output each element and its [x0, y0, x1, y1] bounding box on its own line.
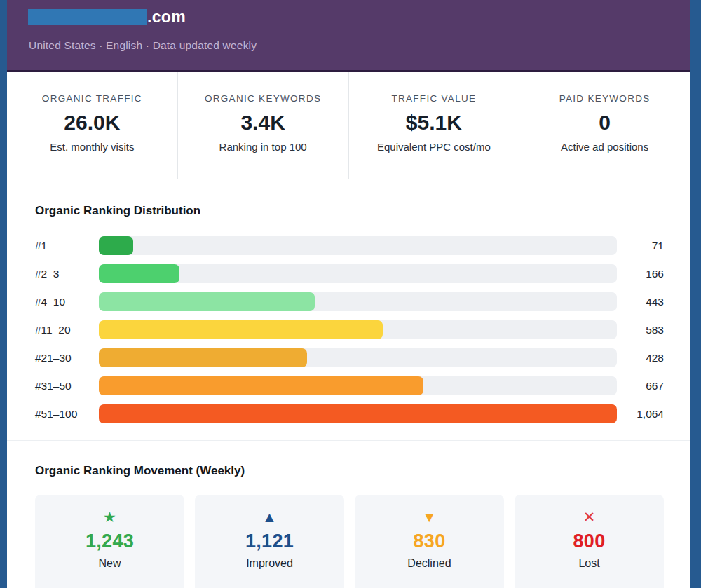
stat-value: $5.1K — [349, 111, 519, 135]
bar-fill — [99, 320, 383, 339]
bar-track — [99, 320, 617, 339]
stat-card: ORGANIC KEYWORDS3.4KRanking in top 100 — [177, 72, 348, 179]
rank-bucket-label: #31–50 — [35, 380, 99, 392]
ranking-movement-section: Organic Ranking Movement (Weekly) ★1,243… — [7, 441, 690, 588]
bar-track — [99, 348, 617, 367]
distribution-row: #11–20583 — [35, 320, 664, 339]
keyword-count: 428 — [617, 352, 664, 364]
triangle-up-icon: ▲ — [195, 510, 344, 525]
movement-label: Improved — [195, 557, 344, 570]
domain-title: .com — [28, 8, 186, 25]
keyword-count: 443 — [617, 296, 664, 308]
bar-fill — [99, 404, 617, 423]
bar-fill — [99, 376, 423, 395]
stat-card: ORGANIC TRAFFIC26.0KEst. monthly visits — [7, 72, 177, 179]
movement-count: 830 — [355, 531, 504, 552]
bar-fill — [99, 236, 133, 255]
redacted-domain-name — [28, 9, 147, 25]
keyword-count: 71 — [617, 240, 664, 252]
rank-bucket-label: #4–10 — [35, 296, 99, 308]
keyword-count: 166 — [617, 268, 664, 280]
movement-label: Declined — [355, 557, 504, 570]
stat-value: 3.4K — [178, 111, 348, 135]
movement-card: ✕800Lost — [515, 495, 664, 588]
movement-count: 1,243 — [35, 531, 184, 552]
bar-fill — [99, 264, 179, 283]
ranking-movement-title: Organic Ranking Movement (Weekly) — [35, 464, 664, 478]
rank-bucket-label: #11–20 — [35, 324, 99, 336]
ranking-distribution-section: Organic Ranking Distribution #171#2–3166… — [7, 179, 690, 441]
stat-subtext: Active ad positions — [519, 141, 690, 153]
stat-card: PAID KEYWORDS0Active ad positions — [519, 72, 690, 179]
bar-track — [99, 376, 617, 395]
rank-bucket-label: #51–100 — [35, 408, 99, 421]
stat-label: ORGANIC KEYWORDS — [178, 93, 348, 104]
rank-bucket-label: #21–30 — [35, 352, 99, 364]
movement-label: New — [35, 557, 184, 570]
distribution-row: #31–50667 — [35, 376, 664, 395]
ranking-movement-cards: ★1,243New▲1,121Improved▼830Declined✕800L… — [35, 495, 664, 588]
stat-value: 26.0K — [7, 111, 177, 135]
movement-card: ▲1,121Improved — [195, 495, 344, 588]
movement-count: 800 — [515, 531, 664, 552]
bar-track — [99, 236, 617, 255]
stat-label: ORGANIC TRAFFIC — [7, 93, 177, 104]
keyword-count: 583 — [617, 324, 664, 336]
keyword-count: 1,064 — [617, 408, 664, 421]
stat-label: TRAFFIC VALUE — [349, 93, 519, 104]
stat-value: 0 — [519, 111, 690, 135]
movement-card: ★1,243New — [35, 495, 184, 588]
bar-fill — [99, 348, 307, 367]
distribution-row: #51–1001,064 — [35, 404, 664, 423]
rank-bucket-label: #1 — [35, 240, 99, 252]
stat-label: PAID KEYWORDS — [519, 93, 690, 104]
bar-track — [99, 264, 617, 283]
stat-subtext: Equivalent PPC cost/mo — [349, 141, 519, 153]
stat-subtext: Ranking in top 100 — [178, 141, 348, 153]
movement-label: Lost — [515, 557, 664, 570]
keyword-count: 667 — [617, 380, 664, 392]
report-header: .com United States · English · Data upda… — [7, 0, 690, 72]
report-subtitle: United States · English · Data updated w… — [29, 39, 257, 52]
movement-card: ▼830Declined — [355, 495, 504, 588]
movement-count: 1,121 — [195, 531, 344, 552]
distribution-row: #4–10443 — [35, 292, 664, 311]
x-icon: ✕ — [515, 510, 664, 525]
distribution-row: #21–30428 — [35, 348, 664, 367]
stat-card: TRAFFIC VALUE$5.1KEquivalent PPC cost/mo — [348, 72, 519, 179]
distribution-row: #2–3166 — [35, 264, 664, 283]
ranking-distribution-chart: #171#2–3166#4–10443#11–20583#21–30428#31… — [35, 236, 664, 423]
domain-suffix: .com — [147, 8, 186, 25]
bar-track — [99, 404, 617, 423]
distribution-row: #171 — [35, 236, 664, 255]
stat-subtext: Est. monthly visits — [7, 141, 177, 153]
ranking-distribution-title: Organic Ranking Distribution — [35, 204, 664, 218]
triangle-down-icon: ▼ — [355, 510, 504, 525]
stats-band: ORGANIC TRAFFIC26.0KEst. monthly visitsO… — [7, 72, 690, 179]
bar-track — [99, 292, 617, 311]
bar-fill — [99, 292, 315, 311]
seo-report-widget: .com United States · English · Data upda… — [7, 0, 690, 588]
star-icon: ★ — [35, 510, 184, 525]
rank-bucket-label: #2–3 — [35, 268, 99, 280]
